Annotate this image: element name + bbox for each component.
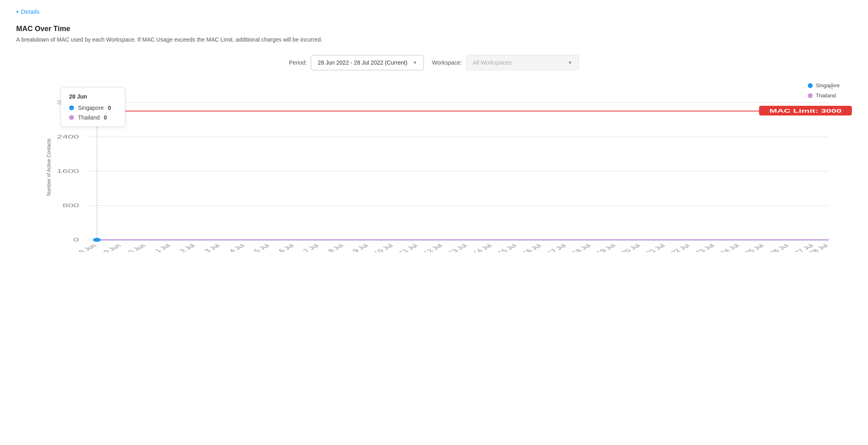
chevron-down-icon: ▾ — [16, 9, 19, 15]
period-select[interactable]: 28 Jun 2022 - 28 Jul 2022 (Current) ▼ — [311, 55, 424, 70]
svg-text:3 Jul: 3 Jul — [202, 243, 222, 252]
period-chevron-icon: ▼ — [413, 60, 417, 65]
tooltip-singapore-label: Singapore — [78, 105, 104, 111]
svg-text:14 Jul: 14 Jul — [471, 243, 494, 252]
workspace-value: All Workspaces — [473, 59, 512, 66]
svg-text:7 Jul: 7 Jul — [301, 243, 321, 252]
svg-text:21 Jul: 21 Jul — [644, 243, 667, 252]
chart-area: Number of Active Contacts 28 Jun Singapo… — [40, 82, 852, 252]
svg-text:11 Jul: 11 Jul — [397, 243, 419, 252]
svg-text:MAC Limit: 3000: MAC Limit: 3000 — [769, 108, 841, 114]
svg-text:15 Jul: 15 Jul — [496, 243, 518, 252]
details-toggle[interactable]: ▾ Details — [16, 8, 852, 15]
svg-text:1 Jul: 1 Jul — [153, 243, 173, 252]
svg-text:16 Jul: 16 Jul — [520, 243, 543, 252]
tooltip-thailand-dot — [69, 115, 74, 120]
controls-row: Period: 28 Jun 2022 - 28 Jul 2022 (Curre… — [16, 55, 852, 70]
svg-text:5 Jul: 5 Jul — [252, 243, 271, 252]
section-description: A breakdown of MAC used by each Workspac… — [16, 36, 852, 43]
workspace-chevron-icon: ▼ — [568, 60, 572, 65]
tooltip-singapore-dot — [69, 105, 74, 110]
svg-text:6 Jul: 6 Jul — [276, 243, 296, 252]
section-title: MAC Over Time — [16, 25, 852, 33]
details-label: Details — [21, 8, 40, 15]
workspace-select[interactable]: All Workspaces ▼ — [466, 55, 579, 70]
svg-text:1600: 1600 — [57, 168, 79, 174]
svg-text:26 Jul: 26 Jul — [768, 243, 790, 252]
svg-text:2400: 2400 — [57, 134, 79, 139]
svg-text:8 Jul: 8 Jul — [326, 243, 346, 252]
period-value: 28 Jun 2022 - 28 Jul 2022 (Current) — [318, 59, 407, 66]
svg-text:0: 0 — [74, 237, 79, 242]
tooltip-thailand: Thailand 0 — [69, 114, 117, 121]
chart-container: ⋮ Singapore Thailand Number of Active Co… — [16, 82, 852, 252]
svg-text:30 Jun: 30 Jun — [123, 243, 147, 252]
svg-text:12 Jul: 12 Jul — [421, 243, 444, 252]
tooltip-singapore: Singapore 0 — [69, 105, 117, 111]
svg-text:23 Jul: 23 Jul — [694, 243, 716, 252]
tooltip-thailand-value: 0 — [104, 114, 107, 121]
svg-text:10 Jul: 10 Jul — [372, 243, 395, 252]
period-label: Period: — [289, 59, 307, 66]
y-axis-label: Number of Active Contacts — [46, 139, 52, 196]
svg-text:28 Jun: 28 Jun — [74, 243, 98, 252]
svg-text:4 Jul: 4 Jul — [227, 243, 246, 252]
tooltip-singapore-value: 0 — [108, 105, 111, 111]
svg-text:24 Jul: 24 Jul — [718, 243, 741, 252]
svg-text:13 Jul: 13 Jul — [447, 243, 469, 252]
period-control: Period: 28 Jun 2022 - 28 Jul 2022 (Curre… — [289, 55, 424, 70]
svg-text:25 Jul: 25 Jul — [743, 243, 766, 252]
svg-point-45 — [93, 238, 101, 242]
svg-text:17 Jul: 17 Jul — [545, 243, 568, 252]
tooltip-thailand-label: Thailand — [78, 114, 100, 121]
chart-svg: 0 800 1600 2400 3200 MAC Limit: 3000 28 … — [40, 82, 852, 252]
chart-tooltip: 28 Jun Singapore 0 Thailand 0 — [61, 87, 125, 127]
svg-text:800: 800 — [62, 202, 79, 208]
workspace-control: Workspace: All Workspaces ▼ — [432, 55, 579, 70]
svg-text:18 Jul: 18 Jul — [570, 243, 593, 252]
svg-text:9 Jul: 9 Jul — [351, 243, 370, 252]
tooltip-date: 28 Jun — [69, 93, 117, 100]
svg-text:29 Jun: 29 Jun — [98, 243, 123, 252]
svg-text:22 Jul: 22 Jul — [669, 243, 691, 252]
svg-text:20 Jul: 20 Jul — [619, 243, 642, 252]
svg-text:2 Jul: 2 Jul — [178, 243, 197, 252]
workspace-label: Workspace: — [432, 59, 462, 66]
svg-text:19 Jul: 19 Jul — [595, 243, 617, 252]
